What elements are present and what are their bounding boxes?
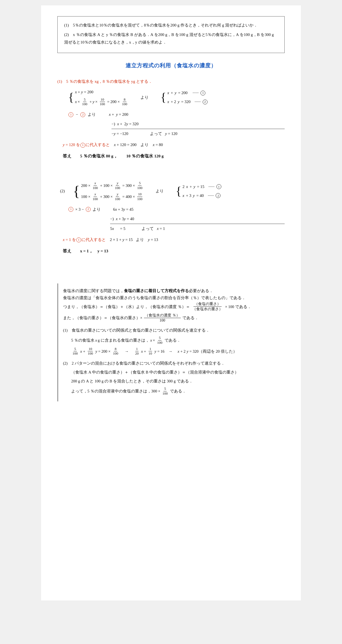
tip2-line2: 200 g の A と 100 g の B を混合したとき，その重さは 300 …: [71, 378, 280, 385]
cases-lines-2: 200 × x100 + 100 × y100 = 300 × 5100: [81, 181, 144, 202]
yori-label-1: より: [88, 111, 96, 118]
eq2-right-2: x + 3y = 40 ······2: [183, 192, 222, 199]
frac-note-2: （食塩水の濃度 ％） 100: [144, 313, 181, 323]
tip1-title: (1) 食塩水の重さについての関係式と食塩の重さについての関係式を連立する．: [63, 327, 280, 334]
frac-x-100a: x100: [92, 181, 99, 190]
problem-2: (2) x ％の食塩水 A と y ％の食塩水 B がある．A を200 g，B…: [64, 31, 278, 46]
step-label-2: 1 × 3 − 2 より 6x + 3y = 45: [68, 206, 285, 213]
eq1-left: x + y = 200: [75, 88, 129, 96]
sub-result: −y = −120: [111, 130, 128, 137]
substitution-line-1: y = 120 を1に代入すると x + 120 = 200 より x = 80: [63, 141, 285, 148]
page: (1) 5％の食塩水と10％の食塩水を混ぜて，8％の食塩水を200 g 作るとき…: [41, 5, 301, 600]
brace-left-2: {: [73, 184, 80, 199]
sub-minus-line: −) x + 2y = 320: [111, 120, 285, 129]
eq-step2-top: 6x + 3y = 45: [113, 206, 133, 213]
section-title: 連立方程式の利用（食塩水の濃度）: [57, 61, 285, 70]
sub-calc-2: 2 × 1 + y = 15 より y = 13: [107, 237, 158, 242]
frac-tip1-a: 5100: [72, 347, 79, 356]
tip2-title: (2) 2 パターンの混合における食塩の重さについての関係式をそれぞれ作って連立…: [63, 360, 280, 367]
sub-result-2: 5x = 5: [110, 225, 125, 232]
frac-tip1-c: 8100: [112, 347, 119, 356]
cases-left-1: { x + y = 200 x × 5100 + y × 10100: [68, 88, 129, 107]
frac-y-100b: y100: [114, 192, 121, 202]
sub-block: −) x + 2y = 320 −y = −120 よって y = 120: [111, 120, 285, 137]
circle-2-2: 2: [216, 193, 221, 198]
cases-right-2: { 2x + y = 15 ······1 x + 3y = 40 ······…: [176, 183, 221, 199]
yori-2: より: [156, 187, 164, 195]
answer-1: 答え 5 ％の食塩水 80 g， 10 ％の食塩水 120 g: [63, 152, 285, 160]
circle-1: 1: [200, 91, 205, 95]
substitution-line-2: x = 1 を1に代入すると 2 × 1 + y = 15 より y = 13: [63, 236, 285, 243]
solution-part-2: (2) { 200 × x100 + 100 × y100 = 300 ×: [57, 181, 285, 255]
frac-5-100b: 5100: [136, 181, 143, 190]
eq1-right-2: 2x + y = 15 ······1: [183, 183, 222, 190]
subtraction-section-1: 1 − 2 より x + y = 200 −) x + 2y = 320 −y …: [68, 111, 285, 137]
tip1-line1: 5 ％の食塩水 xg に含まれる食塩の重さは，x × 5 100 である．: [71, 336, 280, 345]
tip-2: (2) 2 パターンの混合における食塩の重さについての関係式をそれぞれ作って連立…: [63, 360, 280, 396]
part2-label: (2): [60, 187, 65, 195]
eq1-right: x + y = 200 ······1: [167, 89, 208, 97]
red-circle-1: 1: [68, 112, 73, 117]
yori-1: より: [140, 94, 149, 101]
red-circle-ref-1: 1: [80, 143, 85, 148]
note-line-4: また，（食塩の重さ）＝（食塩水の重さ）× （食塩水の濃度 ％） 100 である．: [63, 313, 280, 323]
frac-tip1-e: 110: [148, 347, 153, 356]
cases-lines-1: x + y = 200 x × 5100 + y × 10100 = 200 ×: [75, 88, 129, 107]
sub-note-1: y = 120 を1に代入すると: [63, 143, 111, 147]
eq-top: x + y = 200: [109, 111, 128, 118]
cases-right-1: { x + y = 200 ······1 x + 2y = 320 ·····…: [160, 89, 208, 105]
red-circle-2: 2: [80, 112, 85, 117]
frac-x-100b: x100: [92, 192, 99, 202]
frac-8-100: 8100: [121, 97, 128, 107]
brace-right: {: [160, 91, 166, 103]
frac-y-100a: y100: [114, 181, 121, 190]
circle-2-1: 1: [216, 184, 221, 189]
step-label-1: 1 − 2 より x + y = 200: [68, 111, 285, 118]
frac-tip1-d: 120: [134, 347, 139, 356]
sub-eq: x + 2y = 320: [117, 120, 139, 128]
sub-calc-1: x + 120 = 200 より x = 80: [111, 143, 163, 147]
problem-1: (1) 5％の食塩水と10％の食塩水を混ぜて，8％の食塩水を200 g 作るとき…: [64, 21, 278, 29]
math-setup-1: { x + y = 200 x × 5100 + y × 10100: [68, 88, 285, 107]
note-line-2: 食塩水の濃度は「食塩水全体の重さのうち食塩の重さの割合を百分率（％）で表したもの…: [63, 294, 280, 302]
eq2-left: x × 5100 + y × 10100 = 200 × 8100: [75, 97, 129, 107]
note-section: 食塩水の濃度に関する問題では，食塩の重さに着目して方程式を作る必要がある． 食塩…: [57, 283, 285, 401]
sub-note-2: x = 1 を1に代入すると: [63, 237, 107, 242]
red-circle-2-1: 1: [68, 207, 73, 212]
problem-box: (1) 5％の食塩水と10％の食塩水を混ぜて，8％の食塩水を200 g 作るとき…: [57, 16, 285, 53]
frac-tip1-b: 10100: [87, 347, 94, 356]
subtraction-section-2: 1 × 3 − 2 より 6x + 3y = 45 −) x + 3y = 40…: [68, 206, 285, 232]
math-setup-2: (2) { 200 × x100 + 100 × y100 = 300 ×: [60, 181, 285, 202]
answer-2: 答え x = 1， y = 13: [63, 247, 285, 255]
sub-result-line-2: 5x = 5 よって x = 1: [110, 225, 285, 232]
note-line-3: つまり，（食塩水）＝（食塩）＋（水）より，（食塩水の濃度 ％）＝ （食塩の重さ）…: [63, 302, 280, 312]
frac-tip1: 5 100: [156, 336, 163, 345]
frac-5-100: 5100: [81, 97, 88, 107]
red-circle-2-2: 2: [86, 207, 91, 212]
sub-minus-line-2: −) x + 3y = 40: [110, 215, 285, 224]
frac-10-100b: 10100: [136, 192, 143, 202]
solution-part-1: (1) 5 ％の食塩水を xg，8 ％の食塩水を yg とする． { x + y…: [57, 78, 285, 160]
tip2-line1: （食塩水 A 中の食塩の重さ）＋（食塩水 B 中の食塩の重さ）＝（混合溶液中の食…: [71, 369, 280, 376]
frac-tip2: 5 100: [162, 387, 169, 396]
eq2-left-2: 100 × x100 + 300 × y100 = 400 × 10100: [81, 192, 144, 202]
sub-result-line: −y = −120 よって y = 120: [111, 130, 285, 137]
cases-left-2: { 200 × x100 + 100 × y100 = 300 × 510: [73, 181, 144, 202]
note-line-1: 食塩水の濃度に関する問題では，食塩の重さに着目して方程式を作る必要がある．: [63, 287, 280, 295]
yotte-label-1: よって y = 120: [150, 130, 177, 137]
brace-left: {: [68, 91, 74, 103]
minus-label: −: [76, 111, 78, 118]
eq2-right: x + 2y = 320 ······2: [167, 98, 208, 105]
circle-2: 2: [203, 100, 208, 104]
cases-lines-right-2: 2x + y = 15 ······1 x + 3y = 40 ······2: [183, 183, 222, 199]
sub-block-2: −) x + 3y = 40 5x = 5 よって x = 1: [110, 215, 285, 232]
red-circle-ref-2: 1: [76, 237, 81, 242]
part1-intro: (1) 5 ％の食塩水を xg，8 ％の食塩水を yg とする．: [57, 78, 285, 85]
tip2-line3: よって，5 ％の混合溶液中の食塩の重さは，300 × 5 100 である．: [71, 387, 280, 396]
frac-10-100: 10100: [99, 97, 106, 107]
frac-note-1: （食塩の重さ） （食塩水の重さ）: [192, 302, 223, 312]
tip1-eq-line: 5100 x + 10100 y = 200 × 8100 → 120 x + …: [71, 347, 280, 356]
eq1-left-2: 200 × x100 + 100 × y100 = 300 × 5100: [81, 181, 144, 190]
sub-eq-2: x + 3y = 40: [116, 215, 134, 223]
cases-lines-right-1: x + y = 200 ······1 x + 2y = 320 ······2: [167, 89, 208, 105]
